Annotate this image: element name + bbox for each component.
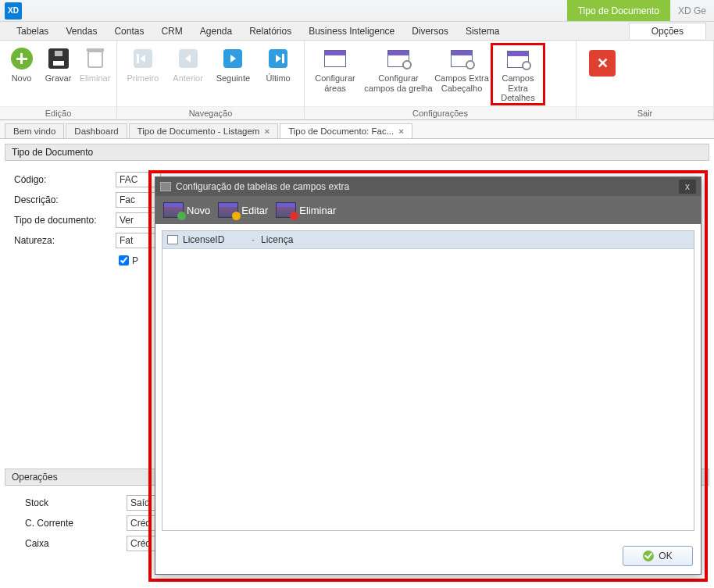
tab-listagem-label: Tipo de Documento - Listagem [137, 127, 260, 136]
campos-detalhes-button[interactable]: Campos Extra Detalhes [491, 43, 545, 105]
first-icon [131, 47, 155, 70]
novo-label: Novo [12, 73, 32, 84]
gravar-label: Gravar [45, 73, 72, 84]
detail-gear-icon [506, 48, 530, 70]
check-icon [643, 551, 654, 561]
campos-cabecalho-label: Campos Extra Cabeçalho [434, 73, 489, 93]
configurar-areas-button[interactable]: Configurar áreas [308, 44, 362, 106]
grid-gear-icon [387, 47, 410, 70]
dialog-titlebar: Configuração de tabelas de campos extra … [155, 177, 701, 196]
menu-bi[interactable]: Business Inteligence [300, 23, 403, 39]
title-bar: XD Tipo de Documento XD Ge [0, 0, 714, 22]
table-add-icon [163, 202, 184, 218]
group-navegacao-label: Navegação [117, 106, 304, 119]
tab-documento[interactable]: Tipo de Documento: Fac...× [280, 123, 412, 138]
novo-button[interactable]: Novo [3, 44, 40, 106]
seguinte-button[interactable]: Seguinte [211, 44, 256, 106]
primeiro-label: Primeiro [127, 73, 159, 84]
tab-dashboard-label: Dashboard [74, 127, 118, 136]
dialog-close-button[interactable]: x [679, 180, 696, 194]
ultimo-button[interactable]: Último [255, 44, 301, 106]
fields-list[interactable]: LicenseID - Licença [162, 230, 694, 531]
row-id: LicenseID [183, 234, 245, 245]
dialog-title: Configuração de tabelas de campos extra [176, 181, 349, 192]
codigo-label: Código: [14, 174, 116, 185]
tab-documento-label: Tipo de Documento: Fac... [288, 127, 394, 136]
tab-dashboard[interactable]: Dashboard [66, 123, 127, 138]
stock-label: Stock [25, 497, 127, 508]
row-name: Licença [261, 234, 293, 245]
group-config-label: Configurações [305, 106, 576, 119]
row-icon [167, 235, 178, 244]
menu-relatorios[interactable]: Relatórios [241, 23, 300, 39]
last-icon [266, 47, 290, 70]
dialog-novo-label: Novo [187, 205, 210, 216]
ribbon: Novo Gravar Eliminar Edição Primeiro Ant… [0, 41, 714, 120]
seguinte-label: Seguinte [216, 73, 250, 84]
dialog-editar-button[interactable]: Editar [218, 202, 268, 218]
dialog-eliminar-label: Eliminar [299, 205, 336, 216]
contextual-tab[interactable]: Tipo de Documento [567, 0, 670, 21]
grid-icon [323, 47, 347, 70]
extra-fields-dialog: Configuração de tabelas de campos extra … [155, 176, 702, 575]
app-logo: XD [5, 2, 22, 20]
menu-agenda[interactable]: Agenda [191, 23, 241, 39]
app-name: XD Ge [670, 5, 714, 16]
dialog-toolbar: Novo Editar Eliminar [155, 196, 701, 224]
tab-listagem[interactable]: Tipo de Documento - Listagem× [129, 123, 279, 138]
menu-vendas[interactable]: Vendas [57, 23, 105, 39]
menu-bar: Tabelas Vendas Contas CRM Agenda Relatór… [0, 22, 714, 41]
menu-contas[interactable]: Contas [105, 23, 152, 39]
menu-sistema[interactable]: Sistema [457, 23, 508, 39]
ultimo-label: Último [266, 73, 291, 84]
campos-detalhes-label: Campos Extra Detalhes [493, 73, 543, 103]
dialog-icon [160, 182, 171, 191]
trash-icon [84, 47, 107, 70]
tab-bemvindo[interactable]: Bem vindo [5, 123, 64, 138]
checkbox-p[interactable] [119, 255, 129, 265]
eliminar-label: Eliminar [80, 73, 111, 84]
tab-close-icon[interactable]: × [398, 127, 404, 136]
header-gear-icon [450, 47, 473, 70]
checkbox-p-label: P [132, 255, 138, 266]
descricao-label: Descrição: [14, 194, 116, 205]
group-sair-label: Sair [577, 106, 713, 119]
menu-tabelas[interactable]: Tabelas [8, 23, 57, 39]
sair-button[interactable]: ✕ [589, 50, 616, 77]
dialog-editar-label: Editar [241, 205, 268, 216]
ok-button[interactable]: OK [623, 546, 693, 566]
menu-diversos[interactable]: Diversos [403, 23, 457, 39]
anterior-button[interactable]: Anterior [166, 44, 211, 106]
dialog-novo-button[interactable]: Novo [163, 202, 210, 218]
dialog-footer: OK [155, 537, 701, 574]
document-tabs: Bem vindo Dashboard Tipo de Documento - … [0, 120, 714, 139]
section-title: Tipo de Documento [5, 144, 709, 161]
tipo-label: Tipo de documento: [14, 215, 116, 226]
anterior-label: Anterior [173, 73, 203, 84]
caixa-label: Caixa [25, 538, 127, 549]
group-edicao-label: Edição [0, 106, 116, 119]
configurar-areas-label: Configurar áreas [308, 73, 362, 93]
primeiro-button[interactable]: Primeiro [120, 44, 166, 106]
eliminar-button[interactable]: Eliminar [77, 44, 113, 106]
plus-icon [10, 47, 34, 70]
tab-bemvindo-label: Bem vindo [13, 127, 55, 136]
ok-label: OK [659, 551, 672, 561]
row-sep: - [245, 234, 261, 245]
table-delete-icon [276, 202, 296, 218]
list-item[interactable]: LicenseID - Licença [162, 231, 694, 249]
next-icon [221, 47, 245, 70]
menu-opcoes[interactable]: Opções [629, 23, 706, 39]
dialog-eliminar-button[interactable]: Eliminar [276, 202, 336, 218]
natureza-label: Natureza: [14, 235, 116, 246]
tab-close-icon[interactable]: × [264, 127, 270, 136]
dialog-body: LicenseID - Licença [155, 224, 701, 537]
table-edit-icon [218, 202, 238, 218]
ccorrente-label: C. Corrente [25, 518, 127, 529]
save-icon [47, 47, 70, 70]
configurar-grelha-button[interactable]: Configurar campos da grelha [362, 44, 434, 106]
campos-cabecalho-button[interactable]: Campos Extra Cabeçalho [434, 44, 489, 106]
gravar-button[interactable]: Gravar [40, 44, 77, 106]
close-icon: ✕ [597, 55, 609, 72]
menu-crm[interactable]: CRM [152, 23, 191, 39]
